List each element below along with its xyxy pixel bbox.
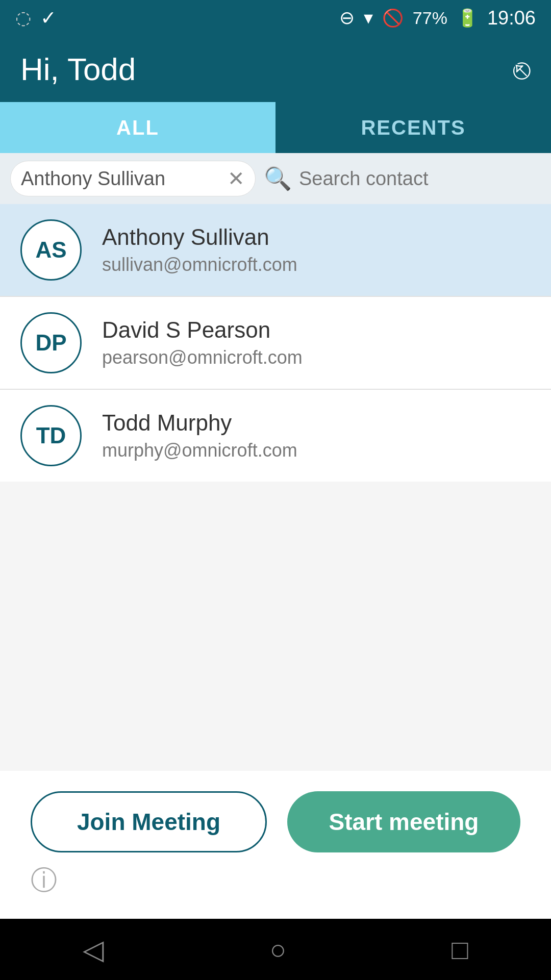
contact-item[interactable]: DP David S Pearson pearson@omnicroft.com [0,297,551,389]
check-icon: ✓ [40,7,57,29]
clear-search-icon[interactable]: ✕ [228,167,245,190]
header: Hi, Todd ⎋ [0,36,551,102]
search-area: Anthony Sullivan ✕ 🔍 [0,153,551,204]
search-current-text: Anthony Sullivan [21,168,221,190]
minus-icon: ⊖ [339,7,355,29]
home-button[interactable]: ○ [269,934,286,965]
battery-percentage: 77% [413,8,447,28]
bottom-buttons: Join Meeting Start meeting [31,791,520,852]
join-meeting-button[interactable]: Join Meeting [31,791,267,852]
logout-icon[interactable]: ⎋ [513,53,531,86]
contact-email: murphy@omnicroft.com [102,440,297,461]
tab-recents[interactable]: RECENTS [276,102,551,153]
avatar: TD [20,405,82,466]
contact-item[interactable]: AS Anthony Sullivan sullivan@omnicroft.c… [0,204,551,296]
join-meeting-label: Join Meeting [77,808,220,836]
avatar-initials: TD [36,423,66,448]
avatar: DP [20,312,82,373]
info-icon[interactable]: ⓘ [31,863,520,898]
avatar-initials: DP [35,330,66,356]
status-time: 19:06 [487,7,536,29]
start-meeting-button[interactable]: Start meeting [287,791,520,852]
tab-all-label: ALL [116,116,159,139]
search-input-area: 🔍 [264,165,541,192]
contact-name: David S Pearson [102,317,303,343]
search-icon: 🔍 [264,165,292,192]
wifi-icon: ▾ [364,7,373,29]
contact-email: pearson@omnicroft.com [102,347,303,368]
tabs-container: ALL RECENTS [0,102,551,153]
contact-info: Anthony Sullivan sullivan@omnicroft.com [102,224,297,275]
status-bar: ◌ ✓ ⊖ ▾ 🚫 77% 🔋 19:06 [0,0,551,36]
search-input[interactable] [299,168,541,190]
signal-off-icon: 🚫 [382,8,404,28]
avatar-initials: AS [35,237,66,263]
contact-name: Todd Murphy [102,410,297,436]
contact-name: Anthony Sullivan [102,224,297,250]
status-left-icons: ◌ ✓ [15,7,57,29]
start-meeting-label: Start meeting [329,808,479,836]
bottom-area: Join Meeting Start meeting ⓘ [0,771,551,919]
contact-info: David S Pearson pearson@omnicroft.com [102,317,303,368]
tab-all[interactable]: ALL [0,102,276,153]
contact-info: Todd Murphy murphy@omnicroft.com [102,410,297,461]
recents-button[interactable]: □ [452,934,468,965]
circle-icon: ◌ [15,7,31,29]
header-greeting: Hi, Todd [20,51,136,87]
battery-icon: 🔋 [457,8,478,28]
back-button[interactable]: ◁ [83,934,104,966]
contact-email: sullivan@omnicroft.com [102,254,297,275]
contact-item[interactable]: TD Todd Murphy murphy@omnicroft.com [0,390,551,482]
android-nav-bar: ◁ ○ □ [0,919,551,980]
status-right-icons: ⊖ ▾ 🚫 77% 🔋 19:06 [339,7,536,29]
current-search-pill[interactable]: Anthony Sullivan ✕ [10,161,256,196]
contact-list: AS Anthony Sullivan sullivan@omnicroft.c… [0,204,551,482]
tab-recents-label: RECENTS [361,116,465,139]
avatar: AS [20,219,82,281]
